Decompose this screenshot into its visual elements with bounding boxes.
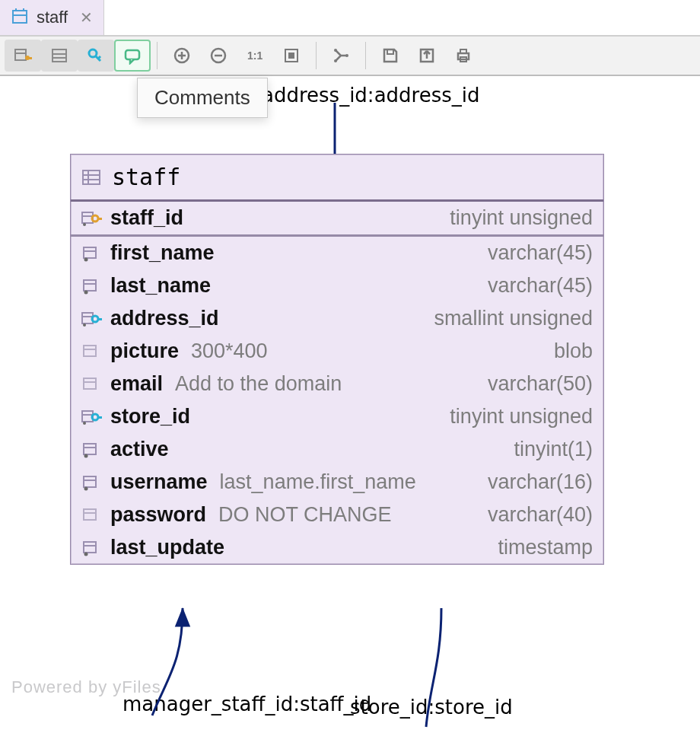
toolbar-btn-comments[interactable] xyxy=(114,40,151,72)
one-to-one-icon xyxy=(246,46,264,65)
column-type: varchar(40) xyxy=(488,503,593,527)
diagram-canvas[interactable]: address_id:address_id manager_staff_id:s… xyxy=(0,76,700,752)
export-icon xyxy=(418,46,436,65)
diagram-icon xyxy=(11,8,29,27)
toolbar-btn-zoom-in[interactable] xyxy=(164,40,200,72)
column-name: staff_id xyxy=(110,206,183,230)
column-icon xyxy=(81,244,103,263)
toolbar-separator xyxy=(157,42,158,69)
column-comment: last_name.first_name xyxy=(220,470,416,494)
comment-icon xyxy=(123,46,142,65)
minus-circle-icon xyxy=(209,46,228,65)
table-header-icon xyxy=(81,169,101,186)
column-icon xyxy=(81,441,103,459)
relation-label-bottom-right: store_id:store_id xyxy=(350,696,513,719)
tab-label: staff xyxy=(37,8,68,27)
toolbar-btn-save[interactable] xyxy=(372,40,409,72)
entity-name: staff xyxy=(112,164,180,190)
toolbar-separator xyxy=(365,42,366,69)
column-row[interactable]: address_idsmallint unsigned xyxy=(71,302,603,335)
pk-icon xyxy=(81,209,103,228)
svg-marker-46 xyxy=(177,610,189,626)
tab-strip: staff ✕ xyxy=(0,0,700,37)
column-name: picture xyxy=(110,339,179,363)
column-icon xyxy=(81,539,103,557)
column-type: varchar(45) xyxy=(488,241,593,265)
column-row[interactable]: last_namevarchar(45) xyxy=(71,269,603,302)
column-row[interactable]: usernamelast_name.first_namevarchar(16) xyxy=(71,466,603,499)
tab-staff[interactable]: staff ✕ xyxy=(0,0,104,35)
column-icon xyxy=(81,375,103,394)
toolbar-btn-key[interactable] xyxy=(78,40,114,72)
table-key-icon xyxy=(14,46,32,65)
column-row[interactable]: picture300*400blob xyxy=(71,335,603,368)
column-name: username xyxy=(110,470,208,494)
merge-icon xyxy=(332,46,350,65)
column-type: smallint unsigned xyxy=(434,307,593,330)
column-comment: 300*400 xyxy=(191,339,268,363)
save-icon xyxy=(381,46,399,65)
key-icon xyxy=(87,46,105,65)
toolbar-btn-export[interactable] xyxy=(409,40,445,72)
column-comment: Add to the domain xyxy=(175,372,342,396)
plus-circle-icon xyxy=(173,46,191,65)
column-name: last_name xyxy=(110,274,211,298)
toolbar xyxy=(0,37,700,76)
toolbar-btn-layout[interactable] xyxy=(323,40,359,72)
watermark: Powered by yFiles xyxy=(11,677,161,697)
toolbar-btn-details[interactable] xyxy=(5,40,41,72)
relation-label-top: address_id:address_id xyxy=(262,84,480,107)
column-name: password xyxy=(110,503,206,527)
column-type: timestamp xyxy=(498,536,593,559)
toolbar-btn-zoom-out[interactable] xyxy=(200,40,237,72)
toolbar-btn-zoom-11[interactable] xyxy=(237,40,273,72)
toolbar-btn-fit[interactable] xyxy=(273,40,310,72)
column-comment: DO NOT CHANGE xyxy=(218,503,392,527)
column-icon xyxy=(81,506,103,524)
column-row[interactable]: activetinyint(1) xyxy=(71,433,603,466)
toolbar-separator xyxy=(316,42,317,69)
entity-header[interactable]: staff xyxy=(71,155,603,202)
column-type: blob xyxy=(554,339,593,363)
column-row[interactable]: passwordDO NOT CHANGEvarchar(40) xyxy=(71,499,603,531)
column-name: address_id xyxy=(110,307,219,330)
column-name: last_update xyxy=(110,536,224,559)
column-type: tinyint unsigned xyxy=(450,206,593,230)
column-row[interactable]: store_idtinyint unsigned xyxy=(71,400,603,433)
print-icon xyxy=(454,46,473,65)
fit-icon xyxy=(282,46,301,65)
column-name: first_name xyxy=(110,241,215,265)
toolbar-btn-table[interactable] xyxy=(41,40,78,72)
column-icon xyxy=(81,473,103,492)
column-icon xyxy=(81,408,103,426)
column-name: store_id xyxy=(110,405,190,429)
column-row[interactable]: emailAdd to the domainvarchar(50) xyxy=(71,368,603,400)
column-name: active xyxy=(110,438,169,461)
column-name: email xyxy=(110,372,163,396)
tab-close-button[interactable]: ✕ xyxy=(75,8,93,27)
column-row[interactable]: last_updatetimestamp xyxy=(71,531,603,564)
tooltip-comments: Comments xyxy=(137,78,268,118)
column-type: varchar(45) xyxy=(488,274,593,298)
column-row[interactable]: first_namevarchar(45) xyxy=(71,237,603,269)
toolbar-btn-print[interactable] xyxy=(445,40,482,72)
column-type: tinyint(1) xyxy=(514,438,593,461)
table-icon xyxy=(50,46,68,65)
column-type: tinyint unsigned xyxy=(450,405,593,429)
column-pk[interactable]: staff_id tinyint unsigned xyxy=(71,202,603,234)
column-icon xyxy=(81,343,103,361)
column-type: varchar(50) xyxy=(488,372,593,396)
column-icon xyxy=(81,277,103,295)
column-icon xyxy=(81,310,103,328)
column-type: varchar(16) xyxy=(488,470,593,494)
entity-staff[interactable]: staff staff_id tinyint unsigned first_na… xyxy=(70,154,604,565)
